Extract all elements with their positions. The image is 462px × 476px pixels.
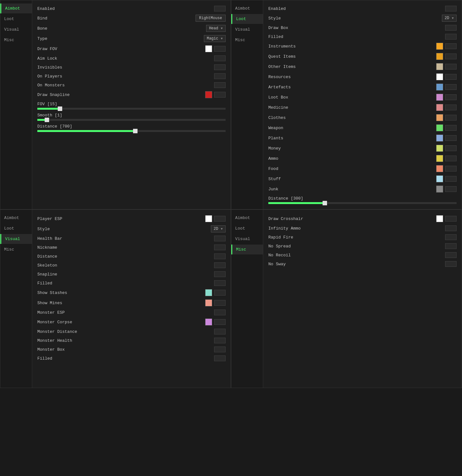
loot-toggle-artefacts[interactable] [445, 84, 457, 90]
color-swatch-lootbox[interactable] [436, 94, 443, 101]
visual-toggle-monster-health[interactable] [214, 338, 226, 343]
sidebar-item-aimbot-4[interactable]: Aimbot [231, 213, 263, 223]
sidebar-item-visual-4[interactable]: Visual [231, 234, 263, 244]
color-swatch-plants[interactable] [436, 135, 443, 142]
color-swatch-money[interactable] [436, 145, 443, 152]
dropdown-type[interactable]: Magic ▼ [204, 35, 226, 42]
color-swatch-player-esp[interactable] [205, 215, 212, 222]
slider-fov-track[interactable] [37, 108, 226, 110]
loot-toggle-instruments[interactable] [445, 43, 457, 49]
misc-toggle-no-spread[interactable] [445, 243, 457, 249]
slider-fov-thumb[interactable] [58, 106, 62, 111]
sidebar-item-loot-4[interactable]: Loot [231, 223, 263, 233]
toggle-on-players[interactable] [214, 73, 226, 79]
loot-slider-distance-track[interactable] [268, 202, 457, 204]
visual-toggle-filled[interactable] [214, 280, 226, 286]
loot-toggle-medicine[interactable] [445, 105, 457, 110]
sidebar-item-misc-4[interactable]: Misc [231, 245, 263, 254]
visual-toggle-monster-corpse[interactable] [214, 319, 226, 325]
sidebar-item-misc-2[interactable]: Misc [231, 35, 263, 45]
color-swatch-instruments[interactable] [436, 43, 443, 50]
sidebar-item-aimbot-2[interactable]: Aimbot [231, 4, 263, 13]
sidebar-item-visual[interactable]: Visual [0, 25, 32, 34]
loot-toggle-weapon[interactable] [445, 125, 457, 131]
toggle-draw-snapline[interactable] [214, 92, 226, 98]
color-swatch-mines[interactable] [205, 299, 212, 306]
loot-toggle-other[interactable] [445, 64, 457, 70]
sidebar-item-visual-3[interactable]: Visual [0, 234, 32, 244]
visual-toggle-player-esp[interactable] [214, 216, 226, 222]
color-swatch-snapline[interactable] [205, 91, 212, 98]
visual-toggle-stashes[interactable] [214, 290, 226, 296]
loot-toggle-draw-box[interactable] [445, 25, 457, 31]
loot-toggle-ammo[interactable] [445, 156, 457, 161]
sidebar-item-loot-2[interactable]: Loot [231, 14, 263, 24]
toggle-enabled[interactable] [214, 6, 226, 11]
sidebar-item-aimbot[interactable]: Aimbot [0, 4, 32, 13]
loot-toggle-enabled[interactable] [445, 6, 457, 11]
toggle-on-monsters[interactable] [214, 82, 226, 88]
loot-slider-distance-thumb[interactable] [323, 201, 327, 205]
slider-distance-thumb[interactable] [133, 129, 138, 133]
loot-toggle-plants[interactable] [445, 135, 457, 141]
slider-distance-track[interactable] [37, 130, 226, 132]
slider-smooth-track[interactable] [37, 119, 226, 121]
color-swatch-crosshair[interactable] [436, 215, 443, 222]
sidebar-item-visual-2[interactable]: Visual [231, 25, 263, 34]
loot-toggle-quest[interactable] [445, 54, 457, 59]
color-swatch-junk[interactable] [436, 186, 443, 193]
visual-toggle-filled2[interactable] [214, 355, 226, 361]
misc-toggle-no-recoil[interactable] [445, 252, 457, 258]
loot-toggle-resources[interactable] [445, 74, 457, 80]
loot-toggle-clothes[interactable] [445, 115, 457, 121]
loot-toggle-lootbox[interactable] [445, 94, 457, 100]
color-swatch-clothes[interactable] [436, 114, 443, 121]
loot-dropdown-style-value: 2D [445, 16, 449, 20]
color-swatch-ammo[interactable] [436, 155, 443, 162]
color-swatch-resources[interactable] [436, 73, 443, 80]
bind-value[interactable]: RightMouse [196, 15, 226, 22]
misc-toggle-infinity-ammo[interactable] [445, 225, 457, 231]
slider-smooth-thumb[interactable] [45, 118, 49, 122]
sidebar-item-loot[interactable]: Loot [0, 14, 32, 24]
visual-toggle-snapline[interactable] [214, 271, 226, 277]
sidebar-item-loot-3[interactable]: Loot [0, 223, 32, 233]
sidebar-item-misc[interactable]: Misc [0, 35, 32, 45]
visual-toggle-skeleton[interactable] [214, 262, 226, 268]
color-swatch-quest[interactable] [436, 53, 443, 60]
loot-dropdown-style[interactable]: 2D ▼ [442, 15, 457, 22]
toggle-invisibles[interactable] [214, 64, 226, 70]
sidebar-item-misc-3[interactable]: Misc [0, 245, 32, 254]
visual-toggle-monster-esp[interactable] [214, 310, 226, 315]
misc-toggle-rapid-fire[interactable] [445, 234, 457, 240]
visual-toggle-nickname[interactable] [214, 245, 226, 250]
color-swatch-weapon[interactable] [436, 124, 443, 131]
loot-label-plants: Plants [268, 136, 436, 141]
color-swatch-food[interactable] [436, 165, 443, 172]
dropdown-bone[interactable]: Head ▼ [206, 25, 226, 32]
misc-toggle-no-sway[interactable] [445, 261, 457, 267]
visual-toggle-monster-distance[interactable] [214, 329, 226, 334]
loot-toggle-food[interactable] [445, 166, 457, 172]
visual-toggle-health-bar[interactable] [214, 236, 226, 241]
misc-toggle-crosshair[interactable] [445, 216, 457, 222]
color-swatch-stuff[interactable] [436, 175, 443, 182]
toggle-aim-lock[interactable] [214, 55, 226, 61]
sidebar-item-aimbot-3[interactable]: Aimbot [0, 213, 32, 223]
color-swatch-medicine[interactable] [436, 104, 443, 111]
color-swatch-monster-corpse[interactable] [205, 319, 212, 326]
color-swatch-artefacts[interactable] [436, 84, 443, 91]
visual-dropdown-style[interactable]: 2D ▼ [211, 225, 226, 232]
visual-toggle-distance[interactable] [214, 253, 226, 259]
loot-toggle-stuff[interactable] [445, 176, 457, 182]
loot-toggle-money[interactable] [445, 145, 457, 151]
visual-label-filled: Filled [37, 281, 214, 286]
loot-toggle-junk[interactable] [445, 186, 457, 192]
color-swatch-fov[interactable] [205, 45, 212, 52]
color-swatch-other[interactable] [436, 63, 443, 70]
color-swatch-stashes[interactable] [205, 289, 212, 296]
visual-toggle-monster-box[interactable] [214, 347, 226, 352]
visual-toggle-mines[interactable] [214, 300, 226, 306]
toggle-draw-fov[interactable] [214, 46, 226, 52]
loot-toggle-filled[interactable] [445, 34, 457, 40]
